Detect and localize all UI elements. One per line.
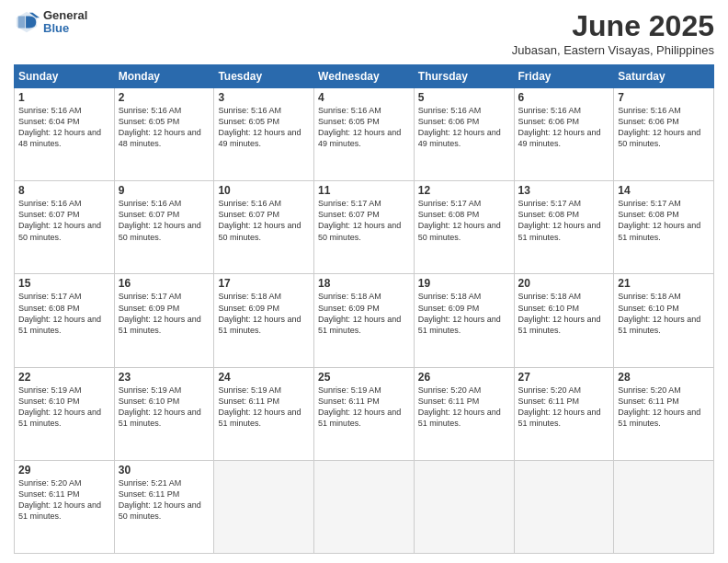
table-row bbox=[314, 460, 415, 553]
day-info: Sunrise: 5:17 AMSunset: 6:08 PMDaylight:… bbox=[518, 198, 610, 243]
day-number: 6 bbox=[518, 91, 610, 104]
day-number: 19 bbox=[418, 277, 510, 290]
day-info: Sunrise: 5:20 AMSunset: 6:11 PMDaylight:… bbox=[518, 385, 610, 430]
day-info: Sunrise: 5:16 AMSunset: 6:05 PMDaylight:… bbox=[318, 105, 410, 150]
calendar-header-row: Sunday Monday Tuesday Wednesday Thursday… bbox=[15, 65, 714, 88]
table-row: 23Sunrise: 5:19 AMSunset: 6:10 PMDayligh… bbox=[114, 367, 214, 460]
month-title: June 2025 bbox=[512, 9, 714, 43]
day-info: Sunrise: 5:17 AMSunset: 6:08 PMDaylight:… bbox=[418, 198, 510, 243]
day-number: 14 bbox=[618, 184, 710, 197]
table-row: 4Sunrise: 5:16 AMSunset: 6:05 PMDaylight… bbox=[314, 88, 415, 181]
day-number: 22 bbox=[18, 371, 110, 384]
col-saturday: Saturday bbox=[614, 65, 714, 88]
day-info: Sunrise: 5:17 AMSunset: 6:07 PMDaylight:… bbox=[318, 198, 410, 243]
table-row: 9Sunrise: 5:16 AMSunset: 6:07 PMDaylight… bbox=[114, 181, 214, 274]
logo-blue-text: Blue bbox=[43, 22, 87, 35]
day-info: Sunrise: 5:18 AMSunset: 6:10 PMDaylight:… bbox=[618, 291, 710, 336]
table-row: 10Sunrise: 5:16 AMSunset: 6:07 PMDayligh… bbox=[214, 181, 314, 274]
col-monday: Monday bbox=[114, 65, 214, 88]
day-number: 3 bbox=[218, 91, 310, 104]
day-info: Sunrise: 5:18 AMSunset: 6:10 PMDaylight:… bbox=[518, 291, 610, 336]
table-row: 27Sunrise: 5:20 AMSunset: 6:11 PMDayligh… bbox=[514, 367, 614, 460]
table-row: 1Sunrise: 5:16 AMSunset: 6:04 PMDaylight… bbox=[15, 88, 115, 181]
calendar-row: 29Sunrise: 5:20 AMSunset: 6:11 PMDayligh… bbox=[15, 460, 714, 553]
calendar-table: Sunday Monday Tuesday Wednesday Thursday… bbox=[14, 64, 714, 554]
table-row: 21Sunrise: 5:18 AMSunset: 6:10 PMDayligh… bbox=[614, 274, 714, 367]
day-info: Sunrise: 5:17 AMSunset: 6:08 PMDaylight:… bbox=[618, 198, 710, 243]
day-number: 25 bbox=[318, 371, 410, 384]
table-row: 24Sunrise: 5:19 AMSunset: 6:11 PMDayligh… bbox=[214, 367, 314, 460]
table-row: 19Sunrise: 5:18 AMSunset: 6:09 PMDayligh… bbox=[414, 274, 514, 367]
day-number: 15 bbox=[18, 277, 110, 290]
day-info: Sunrise: 5:19 AMSunset: 6:10 PMDaylight:… bbox=[119, 385, 210, 430]
day-number: 1 bbox=[18, 91, 110, 104]
day-number: 5 bbox=[418, 91, 510, 104]
day-number: 23 bbox=[119, 371, 210, 384]
day-info: Sunrise: 5:18 AMSunset: 6:09 PMDaylight:… bbox=[318, 291, 410, 336]
day-number: 9 bbox=[119, 184, 210, 197]
header: General Blue June 2025 Jubasan, Eastern … bbox=[14, 9, 714, 57]
day-info: Sunrise: 5:19 AMSunset: 6:11 PMDaylight:… bbox=[318, 385, 410, 430]
day-number: 29 bbox=[18, 464, 110, 477]
table-row: 14Sunrise: 5:17 AMSunset: 6:08 PMDayligh… bbox=[614, 181, 714, 274]
day-number: 30 bbox=[119, 464, 210, 477]
day-info: Sunrise: 5:16 AMSunset: 6:07 PMDaylight:… bbox=[218, 198, 310, 243]
table-row: 11Sunrise: 5:17 AMSunset: 6:07 PMDayligh… bbox=[314, 181, 415, 274]
table-row: 17Sunrise: 5:18 AMSunset: 6:09 PMDayligh… bbox=[214, 274, 314, 367]
calendar-row: 22Sunrise: 5:19 AMSunset: 6:10 PMDayligh… bbox=[15, 367, 714, 460]
day-info: Sunrise: 5:20 AMSunset: 6:11 PMDaylight:… bbox=[18, 477, 110, 523]
day-info: Sunrise: 5:20 AMSunset: 6:11 PMDaylight:… bbox=[618, 385, 710, 430]
logo: General Blue bbox=[14, 9, 87, 36]
day-number: 4 bbox=[318, 91, 410, 104]
day-number: 27 bbox=[518, 371, 610, 384]
day-number: 18 bbox=[318, 277, 410, 290]
table-row: 2Sunrise: 5:16 AMSunset: 6:05 PMDaylight… bbox=[114, 88, 214, 181]
day-info: Sunrise: 5:16 AMSunset: 6:05 PMDaylight:… bbox=[119, 105, 210, 150]
day-info: Sunrise: 5:16 AMSunset: 6:07 PMDaylight:… bbox=[119, 198, 210, 243]
day-number: 8 bbox=[18, 184, 110, 197]
col-tuesday: Tuesday bbox=[214, 65, 314, 88]
table-row: 12Sunrise: 5:17 AMSunset: 6:08 PMDayligh… bbox=[414, 181, 514, 274]
day-number: 20 bbox=[518, 277, 610, 290]
calendar-row: 15Sunrise: 5:17 AMSunset: 6:08 PMDayligh… bbox=[15, 274, 714, 367]
table-row: 15Sunrise: 5:17 AMSunset: 6:08 PMDayligh… bbox=[15, 274, 115, 367]
table-row: 20Sunrise: 5:18 AMSunset: 6:10 PMDayligh… bbox=[514, 274, 614, 367]
table-row: 22Sunrise: 5:19 AMSunset: 6:10 PMDayligh… bbox=[15, 367, 115, 460]
table-row bbox=[514, 460, 614, 553]
table-row: 28Sunrise: 5:20 AMSunset: 6:11 PMDayligh… bbox=[614, 367, 714, 460]
day-info: Sunrise: 5:18 AMSunset: 6:09 PMDaylight:… bbox=[418, 291, 510, 336]
day-info: Sunrise: 5:19 AMSunset: 6:11 PMDaylight:… bbox=[218, 385, 310, 430]
day-info: Sunrise: 5:17 AMSunset: 6:08 PMDaylight:… bbox=[18, 291, 110, 336]
title-block: June 2025 Jubasan, Eastern Visayas, Phil… bbox=[512, 9, 714, 57]
day-number: 24 bbox=[218, 371, 310, 384]
calendar-row: 8Sunrise: 5:16 AMSunset: 6:07 PMDaylight… bbox=[15, 181, 714, 274]
table-row bbox=[214, 460, 314, 553]
table-row: 30Sunrise: 5:21 AMSunset: 6:11 PMDayligh… bbox=[114, 460, 214, 553]
day-info: Sunrise: 5:16 AMSunset: 6:06 PMDaylight:… bbox=[618, 105, 710, 150]
table-row: 16Sunrise: 5:17 AMSunset: 6:09 PMDayligh… bbox=[114, 274, 214, 367]
table-row: 26Sunrise: 5:20 AMSunset: 6:11 PMDayligh… bbox=[414, 367, 514, 460]
day-info: Sunrise: 5:19 AMSunset: 6:10 PMDaylight:… bbox=[18, 385, 110, 430]
day-number: 21 bbox=[618, 277, 710, 290]
day-info: Sunrise: 5:16 AMSunset: 6:06 PMDaylight:… bbox=[518, 105, 610, 150]
table-row: 29Sunrise: 5:20 AMSunset: 6:11 PMDayligh… bbox=[15, 460, 115, 553]
table-row: 25Sunrise: 5:19 AMSunset: 6:11 PMDayligh… bbox=[314, 367, 415, 460]
col-friday: Friday bbox=[514, 65, 614, 88]
day-number: 28 bbox=[618, 371, 710, 384]
day-info: Sunrise: 5:16 AMSunset: 6:06 PMDaylight:… bbox=[418, 105, 510, 150]
col-sunday: Sunday bbox=[15, 65, 115, 88]
day-info: Sunrise: 5:20 AMSunset: 6:11 PMDaylight:… bbox=[418, 385, 510, 430]
logo-icon bbox=[14, 9, 40, 35]
table-row: 6Sunrise: 5:16 AMSunset: 6:06 PMDaylight… bbox=[514, 88, 614, 181]
logo-general-text: General bbox=[43, 9, 87, 22]
table-row: 3Sunrise: 5:16 AMSunset: 6:05 PMDaylight… bbox=[214, 88, 314, 181]
day-info: Sunrise: 5:21 AMSunset: 6:11 PMDaylight:… bbox=[119, 477, 210, 523]
day-info: Sunrise: 5:16 AMSunset: 6:05 PMDaylight:… bbox=[218, 105, 310, 150]
col-thursday: Thursday bbox=[414, 65, 514, 88]
day-info: Sunrise: 5:17 AMSunset: 6:09 PMDaylight:… bbox=[119, 291, 210, 336]
col-wednesday: Wednesday bbox=[314, 65, 415, 88]
calendar-row: 1Sunrise: 5:16 AMSunset: 6:04 PMDaylight… bbox=[15, 88, 714, 181]
day-number: 12 bbox=[418, 184, 510, 197]
day-number: 11 bbox=[318, 184, 410, 197]
day-info: Sunrise: 5:16 AMSunset: 6:07 PMDaylight:… bbox=[18, 198, 110, 243]
